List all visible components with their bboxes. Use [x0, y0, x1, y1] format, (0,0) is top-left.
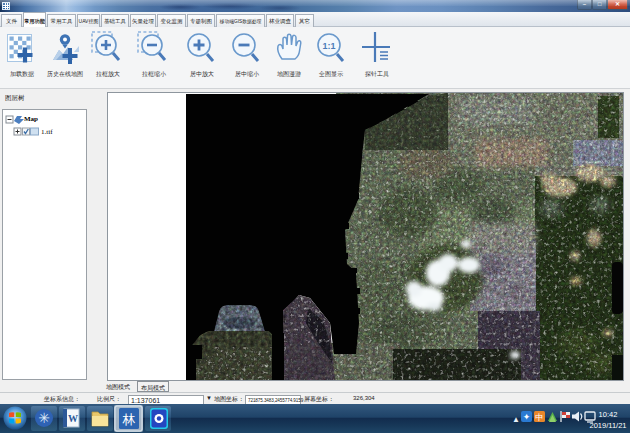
svg-text:林: 林 [122, 412, 136, 427]
svg-text:✳: ✳ [38, 410, 50, 426]
svg-text:10:42: 10:42 [599, 410, 618, 419]
svg-text:▲: ▲ [512, 415, 520, 424]
svg-text:中: 中 [535, 412, 544, 422]
svg-text:✦: ✦ [523, 412, 531, 422]
svg-text:W: W [68, 413, 78, 424]
svg-text:2019/11/21: 2019/11/21 [590, 421, 627, 430]
